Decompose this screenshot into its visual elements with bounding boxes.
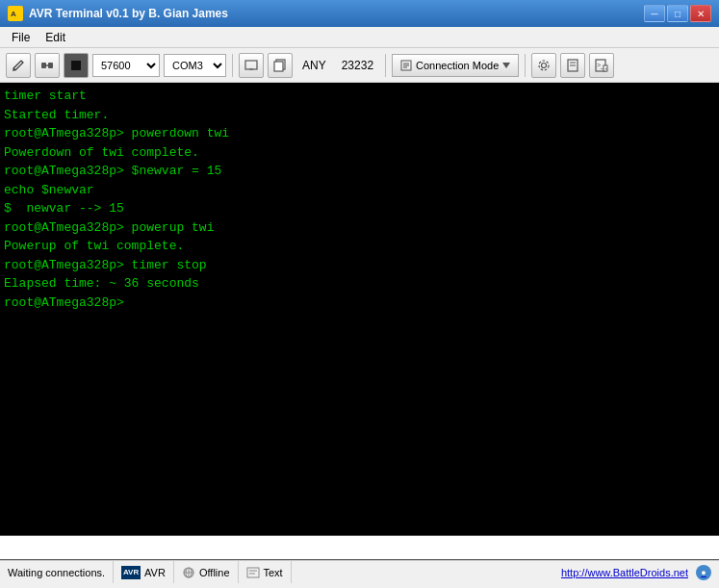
menu-bar: File Edit (0, 27, 719, 48)
baud-rate-select[interactable]: 57600 9600 115200 19200 38400 (92, 54, 160, 77)
connect-button[interactable] (35, 53, 60, 78)
stop-button[interactable] (64, 53, 89, 78)
app-icon: A (8, 6, 23, 21)
svg-marker-14 (502, 63, 510, 68)
toolbar: 57600 9600 115200 19200 38400 COM3 COM1 … (0, 48, 719, 83)
script-button[interactable]: >_ + (589, 53, 614, 78)
terminal-output: timer start Started timer. root@ATmega32… (4, 87, 715, 312)
separator-3 (525, 54, 526, 77)
any-label: ANY (296, 59, 332, 72)
signal-icon (182, 566, 195, 579)
copy-button[interactable] (268, 53, 293, 78)
input-area (0, 535, 719, 560)
svg-text:A: A (11, 10, 16, 18)
menu-edit[interactable]: Edit (38, 29, 73, 46)
minimize-button[interactable]: ─ (644, 5, 665, 22)
connection-mode-label: Connection Mode (416, 60, 499, 71)
maximize-button[interactable]: □ (667, 5, 688, 22)
port-select[interactable]: COM3 COM1 COM2 COM4 (164, 54, 226, 77)
waiting-text: Waiting connections. (8, 567, 105, 578)
separator-2 (385, 54, 386, 77)
svg-point-15 (542, 63, 547, 67)
status-text: Text (239, 561, 292, 583)
title-bar: A AVR Terminal v0.1 by B. Gian James ─ □… (0, 0, 719, 27)
globe-icon: ● (696, 565, 711, 580)
separator-1 (232, 54, 233, 77)
svg-text:+: + (604, 65, 608, 71)
status-waiting: Waiting connections. (0, 561, 114, 583)
svg-rect-5 (71, 61, 81, 70)
text-icon (246, 566, 260, 579)
svg-rect-2 (41, 63, 46, 68)
avr-icon: AVR (121, 566, 141, 579)
window-title: AVR Terminal v0.1 by B. Gian James (29, 7, 644, 20)
settings-button[interactable] (531, 53, 556, 78)
offline-label: Offline (199, 567, 230, 578)
menu-file[interactable]: File (4, 29, 38, 46)
close-button[interactable]: ✕ (690, 5, 711, 22)
window-controls: ─ □ ✕ (644, 5, 711, 22)
monitor-button[interactable] (239, 53, 264, 78)
connection-mode-button[interactable]: Connection Mode (392, 54, 519, 77)
status-bar: Waiting connections. AVR AVR Offline Tex… (0, 560, 719, 583)
number-label: 23232 (336, 59, 379, 72)
command-input[interactable] (4, 537, 715, 558)
svg-rect-6 (245, 61, 257, 69)
website-link[interactable]: http://www.BattleDroids.net ● (553, 561, 719, 583)
terminal-area: timer start Started timer. root@ATmega32… (0, 83, 719, 535)
svg-point-16 (539, 61, 549, 70)
website-url[interactable]: http://www.BattleDroids.net (561, 567, 688, 578)
page-button[interactable] (560, 53, 585, 78)
avr-label: AVR (144, 567, 166, 578)
status-offline: Offline (174, 561, 239, 583)
text-label: Text (264, 567, 283, 578)
status-avr: AVR AVR (114, 561, 174, 583)
svg-rect-28 (247, 568, 259, 577)
svg-rect-3 (48, 63, 53, 68)
svg-rect-9 (274, 62, 283, 71)
pencil-button[interactable] (6, 53, 31, 78)
